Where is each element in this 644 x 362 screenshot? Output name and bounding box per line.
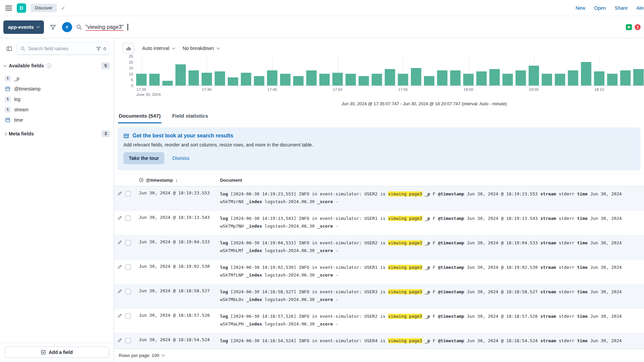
field-item-timestamp[interactable]: @timestamp: [4, 83, 110, 94]
expand-document-icon[interactable]: [117, 264, 122, 269]
tab-documents[interactable]: Documents (547): [118, 113, 161, 123]
histogram-bar[interactable]: [542, 74, 552, 85]
row-checkbox[interactable]: [125, 240, 131, 245]
row-checkbox[interactable]: [125, 338, 131, 343]
histogram-bar[interactable]: [149, 74, 160, 85]
rows-per-page-button[interactable]: Rows per page: 100: [119, 353, 164, 358]
space-logo[interactable]: D: [17, 3, 26, 13]
histogram-bar[interactable]: [215, 71, 225, 85]
row-checkbox[interactable]: [125, 264, 131, 270]
histogram-bar[interactable]: [489, 69, 500, 85]
expand-document-icon[interactable]: [117, 338, 122, 343]
histogram-bar[interactable]: [476, 71, 487, 85]
histogram-bar[interactable]: [411, 68, 421, 85]
row-checkbox[interactable]: [125, 191, 131, 196]
x-tick-label: 17:50: [333, 87, 342, 92]
field-item-stream[interactable]: t stream: [4, 104, 110, 115]
histogram-bar[interactable]: [241, 73, 251, 85]
expand-document-icon[interactable]: [117, 289, 122, 294]
histogram-bar[interactable]: [280, 74, 290, 85]
row-document: log [2024-06-30 14:18:58,527] INFO in ev…: [220, 288, 644, 308]
notification-badge[interactable]: 1: [635, 24, 641, 30]
histogram-bar[interactable]: [228, 77, 238, 85]
text-field-icon: t: [5, 75, 11, 81]
interval-dropdown[interactable]: Auto interval: [142, 46, 175, 51]
tab-field-statistics[interactable]: Field statistics: [171, 113, 209, 123]
histogram-bar[interactable]: [254, 76, 264, 85]
bar-chart-icon[interactable]: [123, 43, 134, 54]
row-checkbox[interactable]: [125, 313, 131, 319]
histogram-bar[interactable]: [633, 69, 644, 85]
timestamp-column-header[interactable]: @timestamp ↓: [139, 177, 220, 183]
sort-desc-icon[interactable]: ↓: [175, 177, 178, 183]
histogram-bar[interactable]: [398, 74, 408, 85]
histogram-bar[interactable]: [463, 74, 474, 85]
histogram-bar[interactable]: [189, 70, 199, 85]
histogram-bar[interactable]: [555, 74, 565, 85]
field-item-time[interactable]: time: [4, 115, 110, 125]
histogram-bar[interactable]: [516, 70, 526, 85]
info-icon[interactable]: i: [46, 63, 51, 68]
add-filter-button[interactable]: +: [62, 22, 72, 32]
query-input[interactable]: "viewing page3": [76, 19, 622, 35]
nav-new[interactable]: New: [576, 5, 585, 11]
available-fields-header[interactable]: Available fields i 5: [4, 62, 110, 69]
histogram-bar[interactable]: [175, 64, 186, 85]
x-tick-label: 17:35: [137, 87, 146, 92]
histogram-bar[interactable]: [162, 81, 173, 85]
meta-fields-header[interactable]: Meta fields 3: [4, 130, 110, 137]
field-search-input[interactable]: [28, 46, 94, 51]
text-field-icon: t: [5, 107, 11, 113]
collapse-sidebar-icon[interactable]: [4, 44, 14, 54]
expand-document-icon[interactable]: [117, 191, 122, 196]
histogram-bar[interactable]: [568, 70, 578, 85]
data-view-picker[interactable]: app-events: [3, 20, 44, 34]
x-tick-label: 17:45: [267, 87, 277, 92]
green-status-icon[interactable]: [626, 24, 632, 30]
dismiss-link[interactable]: Dismiss: [172, 156, 190, 161]
histogram-bar[interactable]: [450, 70, 461, 85]
row-timestamp: Jun 30, 2024 @ 18:19:04.533: [139, 239, 220, 259]
nav-share[interactable]: Share: [615, 5, 628, 11]
histogram-bar[interactable]: [345, 74, 356, 85]
histogram-bar[interactable]: [202, 73, 212, 85]
histogram-bar[interactable]: [502, 74, 513, 85]
expand-document-icon[interactable]: [117, 240, 122, 245]
histogram-bar[interactable]: [607, 74, 618, 85]
field-item-log[interactable]: t log: [4, 94, 110, 104]
histogram-bar[interactable]: [267, 70, 277, 85]
breakdown-dropdown[interactable]: No breakdown: [183, 46, 220, 51]
field-item-p[interactable]: t _p: [4, 73, 110, 83]
nav-alerts[interactable]: Alerts: [636, 5, 644, 11]
histogram-bar[interactable]: [620, 70, 631, 85]
take-tour-button[interactable]: Take the tour: [123, 152, 164, 164]
histogram-bar[interactable]: [529, 66, 539, 85]
expand-document-icon[interactable]: [117, 216, 122, 220]
histogram-bar[interactable]: [372, 74, 382, 85]
histogram-bar[interactable]: [306, 70, 317, 85]
nav-open[interactable]: Open: [594, 5, 606, 11]
histogram-bar[interactable]: [424, 76, 434, 85]
histogram-bar[interactable]: [594, 71, 604, 85]
row-document: log [2024-06-30 14:19:23,553] INFO in ev…: [220, 190, 644, 210]
histogram-bar[interactable]: [385, 69, 395, 85]
add-field-button[interactable]: Add a field: [5, 347, 109, 358]
table-footer: Rows per page: 100: [114, 349, 644, 362]
histogram-bar[interactable]: [332, 73, 343, 85]
histogram-bar[interactable]: [319, 74, 330, 85]
row-checkbox[interactable]: [125, 289, 131, 294]
menu-icon[interactable]: [5, 6, 12, 10]
histogram-bar[interactable]: [293, 76, 304, 85]
histogram-bar[interactable]: [359, 76, 369, 85]
histogram-bar[interactable]: [437, 70, 447, 85]
histogram-bar[interactable]: [581, 62, 591, 85]
field-filter-button[interactable]: 0: [96, 46, 106, 51]
breadcrumb-discover[interactable]: Discover: [31, 4, 57, 12]
row-checkbox[interactable]: [125, 216, 131, 221]
expand-document-icon[interactable]: [117, 313, 122, 318]
y-tick-label: 5: [131, 78, 133, 82]
kibana-discover-app: D Discover ✓ New Open Share Alerts app-e…: [0, 0, 644, 362]
filter-icon[interactable]: [48, 22, 58, 32]
available-fields-label: Available fields: [9, 63, 44, 68]
histogram-bar[interactable]: [136, 74, 147, 85]
